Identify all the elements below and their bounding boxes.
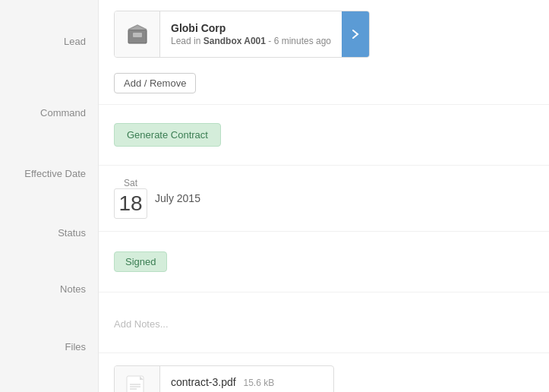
- lead-card: Globi Corp Lead in Sandbox A001 - 6 minu…: [114, 11, 370, 58]
- lead-card-info: Globi Corp Lead in Sandbox A001 - 6 minu…: [160, 16, 342, 52]
- notes-label: Notes: [0, 261, 98, 316]
- notes-placeholder[interactable]: Add Notes...: [114, 315, 169, 330]
- pdf-icon: PDF: [126, 375, 149, 392]
- files-row: PDF contract-3.pdf 15.6 kB Attached by C…: [99, 353, 549, 392]
- page: Lead Command Effective Date Status Notes…: [0, 0, 549, 392]
- date-display: Sat 18 July 2015: [114, 178, 200, 219]
- command-row: Generate Contract: [99, 105, 549, 166]
- generate-contract-button[interactable]: Generate Contract: [114, 123, 221, 147]
- svg-rect-2: [133, 33, 142, 37]
- file-size: 15.6 kB: [244, 378, 275, 388]
- lead-company-name: Globi Corp: [171, 22, 331, 34]
- status-label: Status: [0, 204, 98, 261]
- lead-card-arrow-button[interactable]: [342, 11, 369, 57]
- lead-label: Lead: [0, 0, 98, 82]
- date-day-name: Sat: [114, 178, 147, 188]
- date-box: Sat 18: [114, 178, 147, 219]
- add-remove-button[interactable]: Add / Remove: [114, 73, 196, 93]
- date-month-year: July 2015: [155, 192, 200, 204]
- effective-date-label: Effective Date: [0, 143, 98, 204]
- sidebar: Lead Command Effective Date Status Notes…: [0, 0, 99, 392]
- command-label: Command: [0, 82, 98, 143]
- notes-row: Add Notes...: [99, 292, 549, 353]
- status-badge: Signed: [114, 251, 167, 272]
- date-day-num: 18: [114, 188, 147, 219]
- lead-sandbox: Sandbox A001: [204, 36, 266, 46]
- effective-date-row: Sat 18 July 2015: [99, 166, 549, 232]
- lead-sub-text: Lead in Sandbox A001 - 6 minutes ago: [171, 36, 331, 46]
- files-label: Files: [0, 316, 98, 377]
- lead-row: Globi Corp Lead in Sandbox A001 - 6 minu…: [99, 0, 549, 105]
- file-card: PDF contract-3.pdf 15.6 kB Attached by C…: [114, 365, 334, 392]
- file-name: contract-3.pdf: [171, 376, 236, 388]
- status-row: Signed: [99, 232, 549, 292]
- box-icon: [125, 22, 150, 46]
- file-info: contract-3.pdf 15.6 kB Attached by Contr…: [160, 370, 333, 392]
- file-icon-box: PDF: [115, 366, 160, 392]
- chevron-right-icon: [352, 29, 359, 40]
- main-content: Globi Corp Lead in Sandbox A001 - 6 minu…: [99, 0, 549, 392]
- lead-icon-box: [115, 11, 160, 57]
